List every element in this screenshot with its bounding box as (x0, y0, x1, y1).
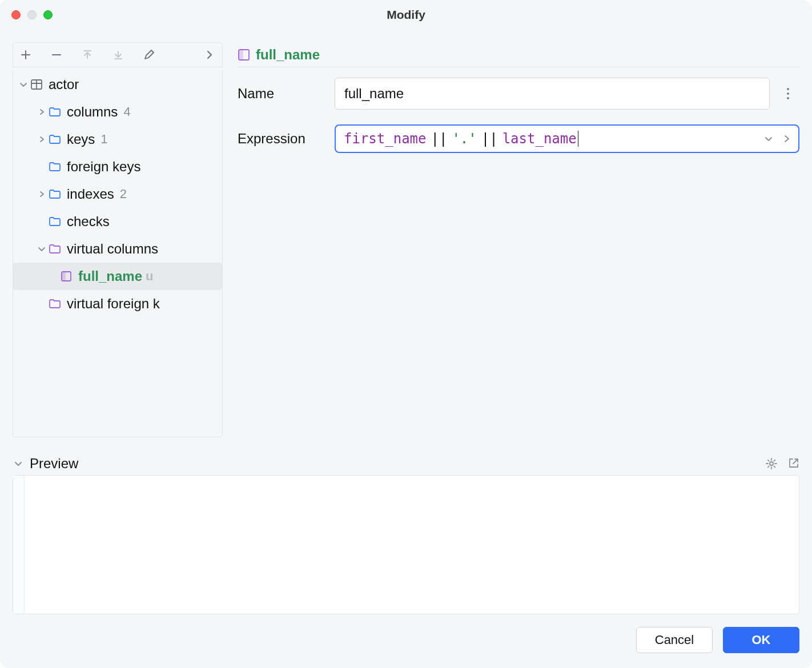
tree-count: 2 (120, 187, 127, 202)
tree-count: 4 (123, 104, 130, 119)
chevron-right-icon (36, 190, 47, 198)
tree-count: 1 (101, 132, 107, 147)
tree-label: full_name (78, 268, 142, 284)
tree-label: virtual foreign k (67, 296, 160, 312)
move-up-button[interactable] (79, 47, 95, 63)
tree-toolbar (13, 42, 223, 67)
tree-panel: actor columns 4 (13, 42, 223, 437)
edit-button[interactable] (141, 47, 157, 63)
tree-label: indexes (67, 186, 114, 202)
cancel-button[interactable]: Cancel (636, 627, 713, 653)
chevron-right-icon (36, 135, 47, 143)
expression-row: Expression first_name || '.' || last_nam… (238, 124, 799, 153)
history-dropdown-icon[interactable] (764, 134, 773, 143)
ok-button[interactable]: OK (723, 627, 799, 653)
text-caret (578, 131, 578, 147)
svg-point-5 (770, 462, 773, 465)
table-icon (29, 78, 44, 91)
column-icon (59, 271, 74, 282)
header-column-name: full_name (256, 47, 320, 63)
open-external-icon[interactable] (788, 457, 799, 470)
form-panel: full_name Name Expression first_name || … (223, 42, 799, 437)
zoom-window-button[interactable] (43, 10, 53, 19)
preview-section: Preview (13, 452, 799, 614)
window-title: Modify (0, 8, 812, 22)
modify-dialog: Modify (0, 0, 812, 668)
preview-editor[interactable] (13, 475, 799, 614)
expr-identifier: first_name (344, 131, 427, 147)
name-input[interactable] (335, 78, 770, 110)
name-row: Name (238, 78, 799, 110)
tree-node-keys[interactable]: keys 1 (13, 126, 222, 153)
chevron-right-icon (36, 108, 47, 116)
titlebar: Modify (0, 0, 812, 30)
chevron-down-icon (13, 459, 24, 468)
tree-root-actor[interactable]: actor (13, 71, 222, 98)
tree-node-virtual-foreign-keys[interactable]: virtual foreign k (13, 290, 222, 317)
tree-label: keys (67, 131, 95, 147)
svg-rect-4 (239, 50, 243, 60)
svg-rect-2 (62, 272, 66, 281)
tree-label: virtual columns (67, 241, 158, 257)
more-options-button[interactable] (777, 88, 799, 99)
expression-label: Expression (238, 131, 328, 147)
folder-icon (47, 106, 62, 118)
folder-icon (47, 188, 62, 200)
name-label: Name (238, 86, 328, 102)
folder-icon (47, 298, 62, 309)
tree-label: columns (67, 104, 118, 120)
gear-icon[interactable] (765, 457, 778, 470)
expr-operator: || (481, 131, 498, 147)
tree-node-indexes[interactable]: indexes 2 (13, 180, 222, 208)
expand-expression-icon[interactable] (783, 134, 790, 143)
add-button[interactable] (18, 47, 34, 63)
tree-label: actor (49, 77, 79, 92)
column-icon (238, 49, 250, 61)
expr-identifier: last_name (503, 131, 577, 147)
close-window-button[interactable] (11, 10, 21, 19)
tree-node-foreign-keys[interactable]: foreign keys (13, 153, 222, 180)
tree-node-checks[interactable]: checks (13, 208, 222, 235)
remove-button[interactable] (49, 47, 65, 63)
editor-gutter (13, 476, 25, 614)
dialog-footer: Cancel OK (13, 614, 799, 655)
tree-node-virtual-columns[interactable]: virtual columns (13, 235, 222, 263)
preview-header[interactable]: Preview (13, 452, 799, 475)
expr-string: '.' (452, 131, 476, 147)
expression-input[interactable]: first_name || '.' || last_name (335, 124, 799, 153)
move-down-button[interactable] (110, 47, 126, 63)
tree-leaf-full-name[interactable]: full_name u (13, 263, 222, 290)
folder-icon (47, 243, 62, 255)
tree-node-columns[interactable]: columns 4 (13, 98, 222, 126)
chevron-down-icon (18, 80, 29, 89)
tree-label: checks (67, 214, 110, 230)
minimize-window-button[interactable] (27, 10, 37, 19)
chevron-down-icon (36, 244, 47, 253)
form-header: full_name (238, 42, 799, 67)
folder-icon (47, 134, 62, 145)
expr-operator: || (431, 131, 448, 147)
preview-label: Preview (30, 456, 78, 472)
folder-icon (47, 216, 62, 227)
window-controls (11, 10, 53, 19)
folder-icon (47, 161, 62, 172)
tree-label: foreign keys (67, 159, 140, 175)
tree-suffix: u (146, 269, 153, 284)
expand-button[interactable] (202, 47, 218, 63)
schema-tree[interactable]: actor columns 4 (13, 71, 223, 437)
